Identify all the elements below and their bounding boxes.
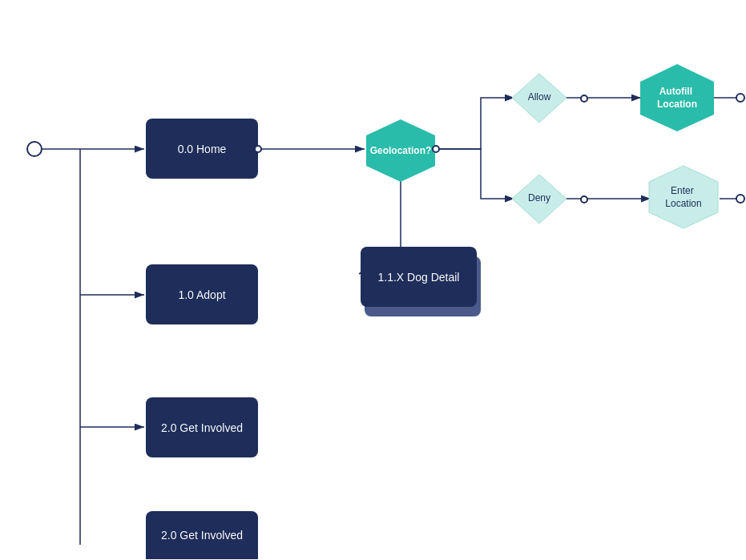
get-involved2-node[interactable]: 2.0 Get Involved (146, 511, 258, 559)
adopt-node[interactable]: 1.0 Adopt (146, 264, 258, 324)
home-label: 0.0 Home (178, 143, 227, 155)
svg-text:Geolocation?: Geolocation? (370, 145, 432, 156)
deny-diamond[interactable]: Deny (510, 173, 568, 225)
dog-detail-label: 1.1.X Dog Detail (378, 271, 460, 284)
start-node (26, 141, 42, 157)
geolocation-node[interactable]: Geolocation? (365, 118, 437, 183)
geolocation-output-circle (432, 145, 440, 153)
allow-connector (580, 95, 588, 103)
svg-marker-18 (649, 166, 718, 228)
autofill-end-circle (736, 93, 745, 103)
svg-marker-16 (640, 64, 714, 131)
deny-connector (580, 195, 588, 203)
get-involved-node[interactable]: 2.0 Get Involved (146, 397, 258, 457)
svg-text:Allow: Allow (528, 91, 551, 103)
home-output-circle (254, 145, 262, 153)
get-involved-label: 2.0 Get Involved (161, 421, 243, 434)
get-involved2-label: 2.0 Get Involved (161, 529, 243, 542)
enter-location-end-circle (736, 194, 745, 203)
allow-diamond[interactable]: Allow (510, 72, 568, 124)
adopt-label: 1.0 Adopt (178, 288, 225, 301)
dog-detail-node[interactable]: 1.1.X Dog Detail (361, 247, 477, 307)
svg-text:Deny: Deny (528, 192, 550, 203)
enter-location-node[interactable]: Enter Location (647, 164, 720, 230)
home-node[interactable]: 0.0 Home (146, 119, 258, 179)
autofill-location-node[interactable]: Autofill Location (639, 62, 716, 133)
